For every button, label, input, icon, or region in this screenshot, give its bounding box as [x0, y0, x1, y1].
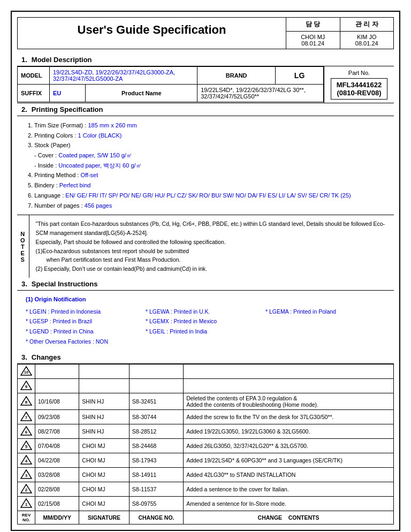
section3a-title: Special Instructions: [32, 280, 98, 288]
page-container: User's Guide Specification 담 당 관 리 자 CHO…: [11, 11, 400, 531]
trim-size-value: 185 mm x 260 mm: [88, 122, 136, 128]
rev-triangle-2-icon: 2: [20, 484, 32, 493]
line3: 3. Stock (Paper): [28, 140, 383, 150]
col1-value: CHOI MJ 08.01.24: [286, 32, 340, 49]
section2-number: 2.: [21, 105, 27, 113]
rev-6: 6: [18, 424, 35, 439]
svg-text:7: 7: [25, 415, 28, 420]
col2-name: KIM JO: [344, 34, 391, 40]
chno-4: S8-17943: [129, 453, 183, 468]
product-name-label: Product Name: [86, 85, 197, 102]
rev-triangle-7-icon: 7: [20, 412, 32, 421]
origin-item-empty: [265, 316, 385, 326]
notes-text: "This part contain Eco-hazardous substan…: [29, 215, 394, 278]
changes-row-5: 5 07/04/08 CHOI MJ S8-24468 Added 26LG30…: [18, 439, 394, 453]
line6: 4. Printing Method : Off-set: [28, 170, 383, 180]
date-3: 03/28/08: [35, 468, 79, 482]
col1-label: 담 당: [286, 18, 340, 31]
sig-5: CHOI MJ: [79, 439, 129, 453]
partno-box: MFL34441622 (0810-REV08): [331, 78, 388, 100]
rev-triangle-5-icon: 5: [20, 440, 32, 450]
date-7: 09/23/08: [35, 410, 79, 424]
section3b: 3. Changes 10: [17, 351, 394, 525]
suffix-value: EU: [53, 90, 61, 96]
changes-row-6: 6 08/27/08 SHIN HJ S8-28512 Added 19/22L…: [18, 424, 394, 439]
partno-area: Part No. MFL34441622 (0810-REV08): [324, 66, 394, 103]
bindery-value: Perfect bind: [59, 182, 91, 188]
lang-value: EN/ GE/ FR/ IT/ SP/ PO/ NE/ GR/ HU/ PL/ …: [65, 192, 351, 199]
content-4: Added 19/22LS4D* & 60PG30** and 3 Langua…: [184, 453, 394, 468]
model-area: MODEL 19/22LS4D-ZD, 19/22/26/32/37/42LG3…: [17, 66, 324, 103]
content-1: Amended a sentence for In-Store mode.: [184, 497, 394, 511]
notes-label: N O T E S: [17, 215, 29, 278]
sig-9: [79, 379, 129, 393]
origin-item-4: * Other Oversea Factories : NON: [26, 337, 146, 347]
svg-text:6: 6: [25, 430, 28, 435]
origin-item-8: * LGEMA : Printed in Poland: [265, 307, 385, 317]
rev-5: 5: [18, 439, 35, 453]
svg-text:10: 10: [24, 370, 28, 374]
sig-6: SHIN HJ: [79, 424, 129, 439]
brand-label: BRAND: [197, 67, 276, 85]
rev-triangle-10-icon: 10: [20, 366, 32, 376]
origin-item-empty2: [265, 326, 385, 337]
line5: - Inside : Uncoated paper, 백상지 60 g/㎡: [28, 161, 383, 171]
origin-item-1: * LGEIN : Printed in Indonesia: [26, 307, 146, 317]
section3b-header: 3. Changes: [17, 351, 394, 364]
svg-text:8: 8: [25, 400, 28, 405]
line1: 1. Trim Size (Format) : 185 mm x 260 mm: [28, 120, 383, 131]
date-1: 02/15/08: [35, 497, 79, 511]
col2-value: KIM JO 08.01.24: [340, 32, 394, 49]
chno-1: S8-09755: [129, 497, 183, 511]
product-name-value: 19/22LS4D*, 19/22/26/32/37/42LG 30**, 32…: [201, 87, 306, 100]
section3a-number: 3.: [21, 280, 27, 288]
rev-triangle-1-icon: 1: [20, 498, 32, 508]
sig-1: CHOI MJ: [79, 497, 129, 511]
header-labels: 담 당 관 리 자: [286, 18, 393, 32]
section2-header: 2. Printing Specification: [17, 103, 394, 116]
changes-row-1: 1 02/15/08 CHOI MJ S8-09755 Amended a se…: [18, 497, 394, 511]
changes-row-4: 4 04/22/08 CHOI MJ S8-17943 Added 19/22L…: [18, 453, 394, 468]
line9: 7. Number of pages : 456 pages: [28, 201, 383, 211]
content-10: [184, 364, 394, 379]
svg-text:5: 5: [25, 444, 28, 449]
date-8: 10/16/08: [35, 393, 79, 410]
chno-3: S8-14911: [129, 468, 183, 482]
changes-table: 10 9: [17, 364, 394, 525]
col2-date: 08.01.24: [344, 40, 391, 47]
line8: 6. Language : EN/ GE/ FR/ IT/ SP/ PO/ NE…: [28, 191, 383, 201]
rev-triangle-3-icon: 3: [20, 469, 32, 479]
origin-item-2: * LGESP : Printed in Brazil: [26, 316, 146, 326]
cover-value: Coated paper, S/W 150 g/㎡: [58, 152, 132, 158]
section3a: 3. Special Instructions (1) Origin Notif…: [17, 278, 394, 351]
notes-label-chars: N O T E S: [20, 231, 26, 263]
sig-8: SHIN HJ: [79, 393, 129, 410]
chno-5: S8-24468: [129, 439, 183, 453]
content-8: Deleted the contents of EPA 3.0 regulati…: [184, 393, 394, 410]
svg-text:9: 9: [25, 384, 28, 389]
svg-text:2: 2: [25, 488, 28, 492]
origin-item-3: * LGEND : Printed in China: [26, 326, 146, 337]
section3b-title: Changes: [32, 353, 61, 361]
chno-10: [129, 364, 183, 379]
sig-10: [79, 364, 129, 379]
pages-value: 456 pages: [85, 202, 112, 209]
rev-7: 7: [18, 410, 35, 424]
chno-6: S8-28512: [129, 424, 183, 439]
title-text: User's Guide Specification: [78, 23, 226, 36]
line7: 5. Bindery : Perfect bind: [28, 180, 383, 191]
section3a-header: 3. Special Instructions: [17, 278, 394, 291]
rev-triangle-8-icon: 8: [20, 396, 32, 406]
date-9: [35, 379, 79, 393]
header-chno: CHANGE NO.: [129, 511, 183, 525]
chno-7: S8-30744: [129, 410, 183, 424]
sig-3: CHOI MJ: [79, 468, 129, 482]
changes-row-10: 10: [18, 364, 394, 379]
date-5: 07/04/08: [35, 439, 79, 453]
method-value: Off-set: [80, 172, 98, 178]
content-9: [184, 379, 394, 393]
date-2: 02/28/08: [35, 482, 79, 497]
changes-row-8: 8 10/16/08 SHIN HJ S8-32451 Deleted the …: [18, 393, 394, 410]
rev-4: 4: [18, 453, 35, 468]
section1: 1. Model Description MODEL 19/22LS4D-ZD,…: [17, 54, 394, 103]
